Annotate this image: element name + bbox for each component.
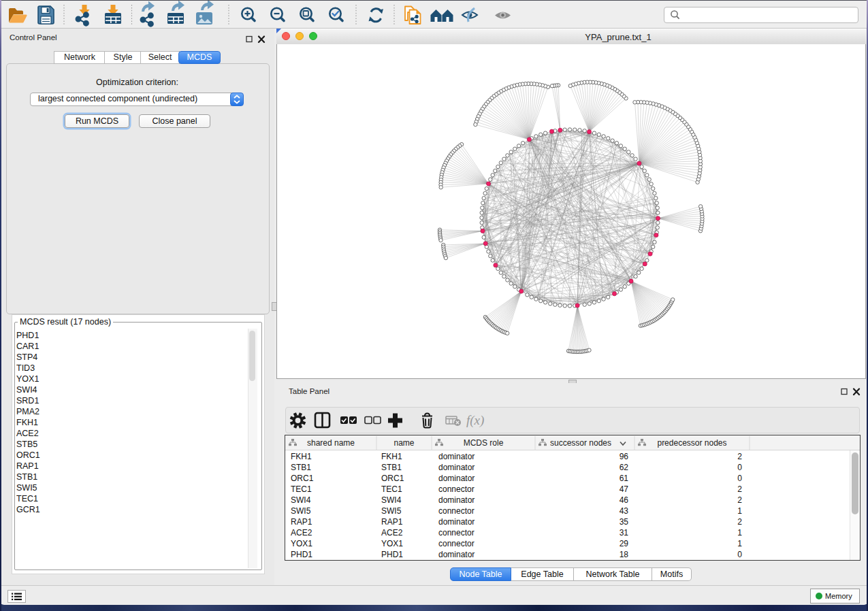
svg-text:1: 1: [737, 539, 742, 548]
svg-text:2: 2: [737, 517, 742, 527]
svg-text:connector: connector: [438, 506, 475, 516]
svg-text:FKH1: FKH1: [291, 452, 312, 461]
svg-text:f(x): f(x): [466, 413, 484, 428]
svg-text:35: 35: [620, 517, 629, 527]
svg-text:SWI4: SWI4: [381, 495, 402, 505]
svg-text:dominator: dominator: [438, 463, 475, 472]
svg-text:SWI4: SWI4: [291, 495, 311, 505]
svg-text:shared name: shared name: [307, 438, 355, 448]
svg-text:1: 1: [737, 506, 742, 516]
svg-text:RAP1: RAP1: [381, 517, 403, 527]
svg-text:0: 0: [737, 550, 742, 559]
svg-text:dominator: dominator: [438, 474, 475, 483]
svg-text:TEC1: TEC1: [291, 484, 312, 494]
svg-text:46: 46: [620, 495, 629, 505]
svg-text:dominator: dominator: [438, 495, 475, 505]
svg-text:2: 2: [737, 484, 742, 494]
svg-text:dominator: dominator: [438, 517, 475, 527]
svg-text:STB1: STB1: [291, 463, 311, 472]
svg-text:SWI5: SWI5: [381, 506, 402, 516]
svg-text:RAP1: RAP1: [291, 517, 312, 527]
svg-text:name: name: [393, 438, 414, 448]
svg-text:TEC1: TEC1: [381, 484, 402, 494]
svg-text:0: 0: [737, 474, 742, 483]
svg-text:predecessor nodes: predecessor nodes: [657, 438, 726, 448]
svg-text:MCDS role: MCDS role: [464, 438, 504, 448]
svg-text:STB1: STB1: [381, 463, 402, 472]
svg-text:31: 31: [620, 528, 629, 538]
svg-text:2: 2: [737, 452, 742, 461]
svg-text:PHD1: PHD1: [381, 550, 403, 559]
svg-text:61: 61: [620, 474, 629, 483]
svg-text:18: 18: [620, 550, 629, 559]
svg-text:successor nodes: successor nodes: [550, 438, 611, 448]
svg-text:ACE2: ACE2: [381, 528, 403, 538]
svg-text:96: 96: [620, 452, 629, 461]
svg-text:43: 43: [620, 506, 629, 516]
svg-text:PHD1: PHD1: [291, 550, 312, 559]
svg-text:2: 2: [737, 495, 742, 505]
svg-text:1: 1: [737, 528, 742, 538]
svg-text:connector: connector: [438, 528, 475, 538]
svg-text:ORC1: ORC1: [291, 474, 314, 483]
svg-text:47: 47: [620, 484, 629, 494]
svg-text:62: 62: [620, 463, 629, 472]
svg-text:dominator: dominator: [438, 452, 475, 461]
svg-text:29: 29: [620, 539, 629, 548]
svg-text:connector: connector: [438, 539, 475, 548]
svg-text:SWI5: SWI5: [291, 506, 311, 516]
svg-text:FKH1: FKH1: [381, 452, 402, 461]
svg-text:dominator: dominator: [438, 550, 475, 559]
svg-text:YOX1: YOX1: [381, 539, 403, 548]
svg-text:connector: connector: [438, 484, 475, 494]
svg-text:ORC1: ORC1: [381, 474, 404, 483]
svg-text:0: 0: [737, 463, 742, 472]
svg-text:ACE2: ACE2: [291, 528, 312, 538]
svg-text:YOX1: YOX1: [291, 539, 312, 548]
